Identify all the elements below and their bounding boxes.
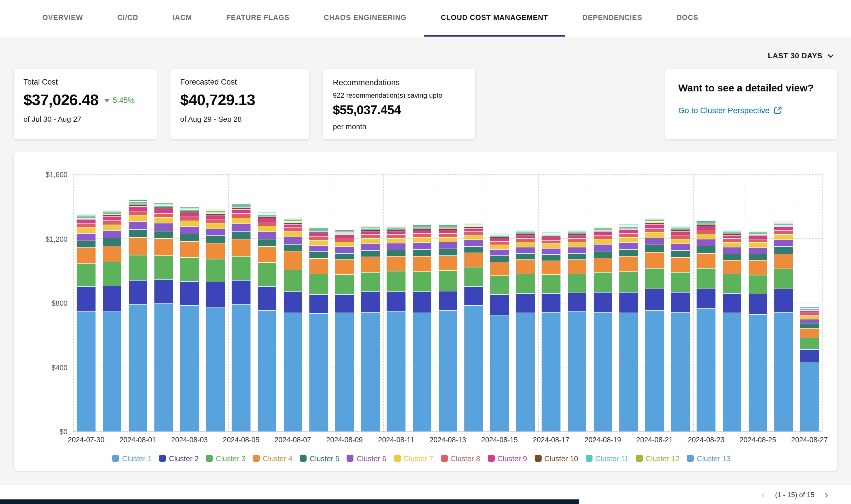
bar-segment[interactable] [619, 256, 638, 271]
bar-segment[interactable] [542, 312, 560, 431]
stacked-bar[interactable] [387, 175, 405, 431]
bar-segment[interactable] [749, 254, 767, 260]
bar-segment[interactable] [387, 238, 405, 243]
legend-item[interactable]: Cluster 4 [253, 454, 293, 463]
bar-segment[interactable] [749, 314, 767, 431]
bar-segment[interactable] [128, 211, 147, 215]
bar-segment[interactable] [309, 233, 328, 236]
bar-segment[interactable] [464, 228, 483, 231]
bar-segment[interactable] [800, 338, 819, 349]
bar-segment[interactable] [723, 260, 741, 274]
stacked-bar[interactable] [568, 175, 586, 431]
bar-segment[interactable] [671, 238, 690, 244]
bar-segment[interactable] [671, 235, 690, 238]
legend-item[interactable]: Cluster 12 [636, 454, 680, 463]
bar-segment[interactable] [361, 257, 380, 272]
bar-segment[interactable] [335, 274, 354, 294]
bar-segment[interactable] [516, 293, 535, 313]
bar-segment[interactable] [154, 213, 173, 217]
bar-segment[interactable] [775, 226, 793, 230]
bar-segment[interactable] [128, 206, 147, 211]
bar-segment[interactable] [438, 233, 457, 237]
tab-chaos-engineering[interactable]: CHAOS ENGINEERING [307, 0, 423, 37]
bar-segment[interactable] [413, 233, 431, 237]
bar-segment[interactable] [490, 249, 509, 256]
bar-segment[interactable] [387, 231, 405, 235]
bar-segment[interactable] [335, 246, 354, 253]
bar-segment[interactable] [723, 242, 741, 247]
bar-segment[interactable] [361, 244, 380, 250]
bar-segment[interactable] [749, 260, 767, 275]
bar-segment[interactable] [671, 312, 690, 431]
stacked-bar[interactable] [103, 175, 121, 431]
bar-segment[interactable] [619, 233, 638, 237]
bar-segment[interactable] [128, 304, 147, 431]
bar-segment[interactable] [775, 312, 793, 431]
bar-segment[interactable] [671, 244, 690, 251]
bar-segment[interactable] [413, 256, 431, 271]
bar-segment[interactable] [619, 229, 638, 233]
bar-segment[interactable] [645, 268, 664, 289]
bar-segment[interactable] [180, 234, 199, 241]
bar-segment[interactable] [309, 313, 328, 431]
bar-segment[interactable] [800, 361, 819, 431]
bar-segment[interactable] [77, 233, 95, 240]
bar-segment[interactable] [387, 234, 405, 238]
legend-item[interactable]: Cluster 3 [206, 454, 246, 463]
bar-segment[interactable] [464, 231, 483, 235]
bar-segment[interactable] [335, 238, 354, 242]
bar-segment[interactable] [749, 247, 767, 254]
stacked-bar[interactable] [154, 175, 173, 431]
bar-segment[interactable] [697, 226, 715, 230]
stacked-bar[interactable] [619, 175, 638, 431]
bar-segment[interactable] [542, 274, 560, 293]
bar-segment[interactable] [335, 242, 354, 247]
bar-segment[interactable] [206, 215, 224, 219]
bar-segment[interactable] [800, 328, 819, 338]
bar-segment[interactable] [671, 272, 690, 292]
bar-segment[interactable] [361, 292, 380, 312]
bar-segment[interactable] [697, 268, 715, 289]
bar-segment[interactable] [800, 349, 819, 362]
legend-item[interactable]: Cluster 9 [488, 454, 527, 463]
bar-segment[interactable] [335, 313, 354, 431]
bar-segment[interactable] [775, 234, 793, 239]
stacked-bar[interactable] [671, 175, 690, 431]
bar-segment[interactable] [258, 286, 276, 310]
bar-segment[interactable] [335, 253, 354, 259]
bar-segment[interactable] [309, 245, 328, 252]
bar-segment[interactable] [180, 257, 199, 281]
bar-segment[interactable] [516, 247, 535, 253]
bar-segment[interactable] [697, 239, 715, 246]
bar-segment[interactable] [413, 291, 431, 312]
bar-segment[interactable] [645, 232, 664, 237]
bar-segment[interactable] [671, 257, 690, 272]
tab-docs[interactable]: DOCS [659, 0, 715, 37]
bar-segment[interactable] [309, 236, 328, 240]
bar-segment[interactable] [619, 249, 638, 256]
bar-segment[interactable] [413, 237, 431, 242]
bar-segment[interactable] [645, 228, 664, 232]
bar-segment[interactable] [749, 242, 767, 247]
legend-item[interactable]: Cluster 13 [687, 454, 731, 463]
bar-segment[interactable] [154, 303, 173, 431]
stacked-bar[interactable] [490, 175, 509, 431]
bar-segment[interactable] [180, 226, 199, 234]
bar-segment[interactable] [594, 257, 612, 272]
bar-segment[interactable] [645, 289, 664, 310]
bar-segment[interactable] [309, 258, 328, 273]
bar-segment[interactable] [542, 254, 560, 260]
bar-segment[interactable] [361, 272, 380, 291]
bar-segment[interactable] [206, 229, 224, 236]
stacked-bar[interactable] [697, 175, 715, 431]
bar-segment[interactable] [206, 282, 224, 307]
bar-segment[interactable] [180, 216, 199, 220]
stacked-bar[interactable] [180, 175, 199, 431]
legend-item[interactable]: Cluster 10 [535, 454, 578, 463]
bar-segment[interactable] [723, 235, 741, 238]
bar-segment[interactable] [490, 238, 509, 241]
tab-feature-flags[interactable]: FEATURE FLAGS [209, 0, 307, 37]
bar-segment[interactable] [180, 221, 199, 227]
bar-segment[interactable] [438, 249, 457, 255]
bar-segment[interactable] [464, 305, 483, 431]
